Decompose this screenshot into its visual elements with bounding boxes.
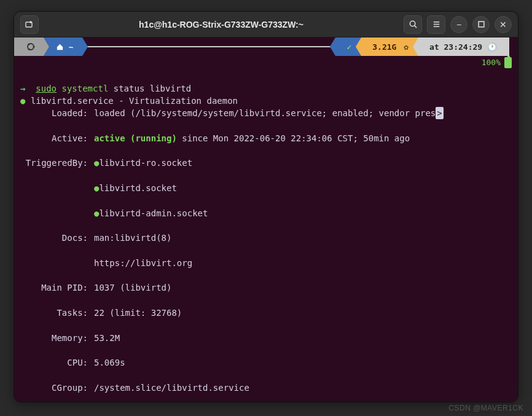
ubuntu-icon	[26, 42, 35, 51]
svg-rect-0	[26, 22, 32, 27]
home-icon	[56, 43, 64, 51]
time-value: 23:24:29	[444, 42, 483, 52]
svg-point-10	[33, 45, 34, 47]
pid-value: 1037 (libvirtd)	[94, 281, 171, 294]
battery-pct: 100%	[482, 57, 501, 69]
svg-rect-8	[479, 22, 484, 27]
active-state: active (running)	[94, 132, 177, 144]
svg-point-11	[28, 43, 29, 45]
cgroup-label: CGroup:	[20, 382, 94, 394]
cmd-sudo: sudo	[36, 84, 57, 93]
cmd-args: status libvirtd	[114, 84, 191, 93]
path-text: ~	[69, 42, 74, 52]
new-tab-button[interactable]	[20, 15, 39, 34]
check-icon: ✓	[346, 42, 351, 52]
cgroup-value: /system.slice/libvirtd.service	[94, 382, 249, 394]
svg-line-4	[414, 26, 416, 28]
battery-indicator: 100%	[482, 57, 512, 69]
cpu-value: 5.069s	[94, 356, 125, 369]
cmd-systemctl: systemctl	[61, 84, 108, 93]
trig-2: libvirtd-admin.socket	[99, 207, 208, 219]
time-prefix: at	[429, 42, 439, 52]
tasks-label: Tasks:	[20, 307, 94, 319]
titlebar: h1c@h1c-ROG-Strix-G733ZW-G733ZW:~ − ✕	[14, 12, 518, 37]
loaded-label: Loaded:	[20, 107, 94, 119]
tasks-value: 22 (limit: 32768)	[94, 307, 182, 319]
trig-bullet: ●	[94, 157, 99, 169]
service-header: libvirtd.service - Virtualization daemon	[31, 96, 238, 106]
trig-bullet: ●	[94, 182, 99, 194]
time-segment: at 23:24:29 🕐	[418, 37, 509, 56]
maximize-button[interactable]	[472, 16, 490, 33]
svg-point-12	[28, 48, 29, 50]
pid-label: Main PID:	[20, 281, 94, 294]
triggered-label: TriggeredBy:	[20, 157, 94, 169]
trig-1: libvirtd.socket	[99, 182, 176, 194]
cpu-label: CPU:	[20, 356, 94, 369]
docs-label: Docs:	[20, 232, 94, 244]
memory-label: Memory:	[20, 332, 94, 344]
battery-icon	[504, 57, 512, 68]
close-button[interactable]: ✕	[495, 16, 512, 33]
loaded-value: loaded (/lib/systemd/system/libvirtd.ser…	[94, 107, 436, 119]
search-button[interactable]	[404, 15, 422, 34]
docs-1: https://libvirt.org	[94, 257, 192, 269]
terminal-window: h1c@h1c-ROG-Strix-G733ZW-G733ZW:~ − ✕ ~ …	[14, 11, 518, 402]
flower-icon: ✿	[399, 42, 409, 52]
minimize-button[interactable]: −	[450, 16, 467, 33]
prompt-arrow: →	[20, 84, 25, 93]
trig-0: libvirtd-ro.socket	[99, 157, 192, 169]
os-segment	[14, 37, 44, 56]
path-segment: ~	[44, 37, 82, 56]
watermark: CSDN @MAVER1CK	[448, 404, 523, 412]
window-title: h1c@h1c-ROG-Strix-G733ZW-G733ZW:~	[44, 20, 399, 29]
memory-value: 3.21G	[372, 42, 396, 52]
active-since: since Mon 2022-06-20 22:34:06 CST; 50min…	[177, 132, 410, 144]
menu-button[interactable]	[427, 15, 445, 34]
terminal-body[interactable]: 100% → sudo systemctl status libvirtd ● …	[14, 56, 518, 402]
status-bullet: ●	[20, 96, 25, 106]
ribbon-cap	[509, 37, 518, 56]
docs-0: man:libvirtd(8)	[94, 232, 171, 244]
trunc-marker: >	[436, 107, 443, 119]
memory-segment: 3.21G ✿	[361, 37, 418, 56]
status-ribbon: ~ ✓ 3.21G ✿ at 23:24:29 🕐	[14, 37, 518, 56]
active-label: Active:	[20, 132, 94, 144]
memory-value: 53.2M	[94, 332, 120, 344]
ribbon-separator	[86, 46, 332, 47]
clock-icon: 🕐	[487, 42, 497, 52]
trig-bullet: ●	[94, 207, 99, 219]
svg-point-3	[410, 21, 415, 26]
